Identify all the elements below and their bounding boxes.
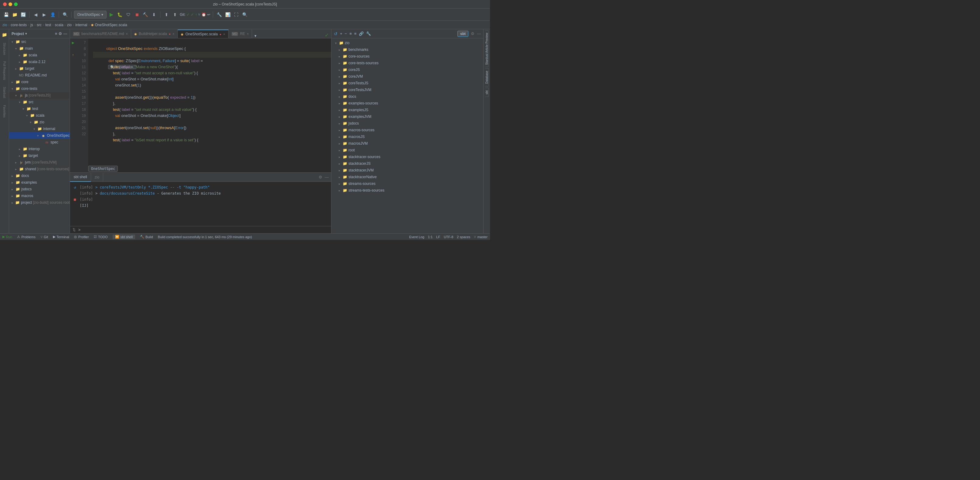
build-button[interactable]: 🔨 bbox=[142, 11, 149, 18]
open-button[interactable]: 📁 bbox=[11, 11, 18, 18]
sbt-tree-macrosjs[interactable]: ▸ 📁 macrosJS bbox=[332, 133, 482, 140]
terminal-button[interactable]: ▶ Terminal bbox=[53, 235, 69, 239]
tree-item-js-target[interactable]: ▸ 📁 target bbox=[9, 152, 70, 159]
sbt-tree-examplesjs[interactable]: ▸ 📁 examplesJS bbox=[332, 107, 482, 113]
profiler-button[interactable]: ◎ Profiler bbox=[74, 235, 89, 239]
bottom-tab-zio[interactable]: zio bbox=[91, 173, 103, 182]
tree-item-test[interactable]: ▾ 📁 test bbox=[9, 105, 70, 112]
tree-item-spec[interactable]: m spec bbox=[9, 139, 70, 145]
tree-item-test-scala[interactable]: ▾ 📁 scala bbox=[9, 112, 70, 119]
sbt-tree-zio[interactable]: ▾ 📁 zio bbox=[332, 40, 482, 46]
run-with-coverage-button[interactable]: 🛡 bbox=[125, 11, 132, 18]
tree-item-interop[interactable]: ▸ 📁 interop bbox=[9, 145, 70, 152]
structure-icon[interactable]: Structure bbox=[2, 40, 8, 58]
tab-re[interactable]: MD RE × bbox=[229, 30, 252, 38]
bottom-close-icon[interactable]: — bbox=[325, 175, 329, 179]
close-readme-tab[interactable]: × bbox=[126, 32, 128, 36]
sbt-panel-close-icon[interactable]: — bbox=[477, 31, 481, 36]
minimize-sidebar-icon[interactable]: — bbox=[63, 31, 67, 36]
gutter-line-9[interactable]: ↑ bbox=[70, 52, 76, 58]
sbt-tree-core-tests-sources[interactable]: ▸ 📁 core-tests-sources bbox=[332, 60, 482, 66]
close-buildhelper-tab[interactable]: × bbox=[173, 32, 174, 36]
tree-item-scala212[interactable]: ▸ 📁 scala-2.12 bbox=[9, 59, 70, 65]
tree-item-internal[interactable]: ▾ 📁 internal bbox=[9, 126, 70, 132]
gutter-line-7[interactable]: ▶ bbox=[70, 40, 76, 46]
tab-readme-md[interactable]: MD benchmarks/README.md × bbox=[70, 30, 131, 38]
stardust-icon[interactable]: Stardust bbox=[2, 83, 8, 102]
sbt-tree-stacktracerjvm[interactable]: ▸ 📁 stacktracerJVM bbox=[332, 167, 482, 174]
breadcrumb-item-js[interactable]: js bbox=[30, 23, 33, 27]
sbt-tree-corejs[interactable]: ▸ 📁 coreJS bbox=[332, 66, 482, 73]
tree-item-oneshotspec[interactable]: ▾ ◉ OneShotSpec bbox=[9, 132, 70, 139]
tree-item-project[interactable]: ▸ 📁 project [zio-build] sources root bbox=[9, 199, 70, 206]
sbt-tree-root[interactable]: ▸ 📁 root bbox=[332, 147, 482, 153]
run-config-dropdown[interactable]: OneShotSpec ▾ bbox=[74, 11, 107, 19]
sbt-expand-icon[interactable]: ≡ bbox=[354, 31, 357, 36]
sbt-tree-stacktracernative[interactable]: ▸ 📁 stacktracerNative bbox=[332, 174, 482, 180]
sbt-tree-coretestsjs[interactable]: ▸ 📁 coreTestsJS bbox=[332, 80, 482, 86]
line-ending-indicator[interactable]: LF bbox=[436, 235, 440, 239]
stop-button[interactable]: ⏹ bbox=[133, 11, 141, 18]
collapse-all-icon[interactable]: ≡ bbox=[55, 31, 57, 36]
tree-item-src[interactable]: ▾ 📁 src bbox=[9, 38, 70, 45]
build-status-button[interactable]: 🔨 Build bbox=[140, 235, 153, 239]
sbt-add-icon[interactable]: + bbox=[340, 31, 342, 36]
breadcrumb-item-zio2[interactable]: zio bbox=[67, 23, 72, 27]
breadcrumb-item-src[interactable]: src bbox=[37, 23, 42, 27]
search-everywhere-button[interactable]: 🔍 bbox=[62, 11, 69, 18]
sbt-tree-core-sources[interactable]: ▸ 📁 core-sources bbox=[332, 53, 482, 60]
tree-item-scala[interactable]: ▸ 📁 scala bbox=[9, 52, 70, 59]
database-tab[interactable]: Database bbox=[485, 68, 489, 86]
forward-button[interactable]: ▶ bbox=[40, 11, 48, 18]
breadcrumb-item-file[interactable]: ◉ OneShotSpec.scala bbox=[91, 23, 127, 27]
down-button[interactable]: ⬇ bbox=[150, 11, 158, 18]
tree-item-main[interactable]: ▾ 📁 main bbox=[9, 45, 70, 52]
tree-item-js-src[interactable]: ▾ 📁 src bbox=[9, 99, 70, 105]
sbt-minus-icon[interactable]: − bbox=[345, 31, 347, 36]
sbt-shell-status-button[interactable]: ⏩ sbt shell bbox=[113, 234, 135, 239]
settings-button[interactable]: 🔧 bbox=[215, 11, 223, 18]
breadcrumb-item-core-tests[interactable]: core-tests bbox=[11, 23, 27, 27]
tree-item-docs[interactable]: ▸ 📁 docs bbox=[9, 172, 70, 179]
search-button[interactable]: 🔍 bbox=[241, 11, 248, 18]
bottom-settings-icon[interactable]: ⚙ bbox=[319, 175, 322, 179]
sbt-tree-coretestsjvm[interactable]: ▸ 📁 coreTestsJVM bbox=[332, 86, 482, 93]
git-status-button[interactable]: ⑂ Git bbox=[40, 235, 48, 239]
minimize-button[interactable] bbox=[8, 2, 12, 6]
tree-item-macros[interactable]: ▸ 📁 macros bbox=[9, 193, 70, 199]
tree-item-target[interactable]: ▸ 📁 target bbox=[9, 65, 70, 72]
tree-item-core[interactable]: ▸ 📁 core bbox=[9, 78, 70, 85]
sbt-tree-macros-sources[interactable]: ▸ 📁 macros-sources bbox=[332, 127, 482, 133]
sbt-input[interactable] bbox=[81, 228, 329, 232]
sbt-tree-examplesjvm[interactable]: ▸ 📁 examplesJVM bbox=[332, 113, 482, 120]
recent-files-button[interactable]: 👤 bbox=[49, 11, 56, 18]
bottom-sidebar-icon[interactable]: ⇅ bbox=[72, 228, 76, 232]
sbt-collapse-icon[interactable]: ≡ bbox=[349, 31, 352, 36]
fullscreen-button[interactable]: ⛶ bbox=[232, 11, 240, 18]
bottom-tab-sbt-shell[interactable]: sbt shell bbox=[70, 173, 91, 182]
sbt-tree-macrosjvm[interactable]: ▸ 📁 macrosJVM bbox=[332, 140, 482, 147]
stardust-article-tab[interactable]: Stardust Article Preview bbox=[485, 30, 489, 67]
problems-button[interactable]: ⚠ Problems bbox=[17, 235, 35, 239]
tab-build-helper[interactable]: ◉ BuildHelper.scala ● × bbox=[131, 30, 178, 38]
tree-item-shared[interactable]: ▸ 📁 shared [core-tests-sources] bbox=[9, 166, 70, 172]
sbt-tree-examples-sources[interactable]: ▸ 📁 examples-sources bbox=[332, 100, 482, 107]
close-button[interactable] bbox=[3, 2, 7, 6]
breadcrumb-item-zio[interactable]: zio bbox=[2, 23, 7, 27]
debug-button[interactable]: 🐛 bbox=[116, 11, 124, 18]
sbt-tree-benchmarks[interactable]: ▸ 📁 benchmarks bbox=[332, 46, 482, 53]
position-indicator[interactable]: 1:1 bbox=[428, 235, 433, 239]
sbt-right-tab[interactable]: sbt bbox=[485, 88, 489, 97]
tree-item-core-tests[interactable]: ▾ 📁 core-tests bbox=[9, 85, 70, 92]
run-button[interactable]: ▶ bbox=[108, 11, 115, 18]
project-icon[interactable]: 📁 bbox=[0, 30, 9, 39]
indent-indicator[interactable]: 2 spaces bbox=[457, 235, 470, 239]
more-tabs-button[interactable]: ▾ bbox=[252, 33, 259, 38]
sbt-tree-streams-sources[interactable]: ▸ 📁 streams-sources bbox=[332, 180, 482, 187]
maximize-button[interactable] bbox=[14, 2, 18, 6]
project-structure-button[interactable]: 📊 bbox=[224, 11, 231, 18]
run-status-button[interactable]: ▶ Run bbox=[2, 235, 12, 239]
todo-button[interactable]: ☑ TODO bbox=[94, 235, 108, 239]
tree-item-examples[interactable]: ▸ 📁 examples bbox=[9, 179, 70, 186]
breadcrumb-item-internal[interactable]: internal bbox=[75, 23, 87, 27]
